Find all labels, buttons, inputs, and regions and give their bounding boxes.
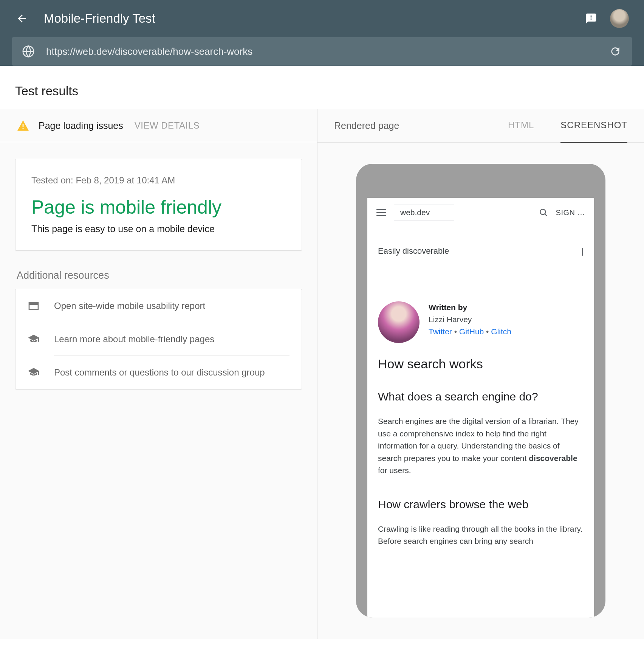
preview-h1: How search works [378, 357, 584, 371]
warning-icon [17, 120, 29, 131]
preview-author: Written by Lizzi Harvey Twitter • GitHub… [378, 301, 584, 343]
svg-rect-3 [29, 303, 38, 305]
preview-breadcrumb: Easily discoverable | [378, 246, 584, 256]
verdict-subtitle: This page is easy to use on a mobile dev… [31, 223, 286, 234]
user-avatar[interactable] [610, 9, 629, 28]
right-panel: Rendered page HTML SCREENSHOT web.dev SI… [317, 109, 644, 639]
view-details-button[interactable]: VIEW DETAILS [135, 120, 200, 131]
preview-paragraph-2: Crawling is like reading through all the… [378, 523, 584, 548]
preview-h2-a: What does a search engine do? [378, 390, 584, 403]
resource-discussion-group[interactable]: Post comments or questions to our discus… [15, 356, 302, 389]
preview-body: Easily discoverable | Written by Lizzi H… [367, 227, 594, 548]
page-loading-issues: Page loading issues VIEW DETAILS [0, 109, 317, 142]
svg-point-4 [540, 209, 545, 214]
app-title: Mobile-Friendly Test [44, 11, 584, 26]
issues-label: Page loading issues [39, 120, 123, 131]
main-content: Page loading issues VIEW DETAILS Tested … [0, 109, 644, 639]
arrow-left-icon [16, 12, 28, 25]
tabs: HTML SCREENSHOT [508, 120, 627, 132]
search-icon [539, 208, 548, 217]
verdict-card: Tested on: Feb 8, 2019 at 10:41 AM Page … [15, 159, 302, 251]
resource-mobile-usability-report[interactable]: Open site-wide mobile usability report [15, 289, 302, 323]
preview-paragraph-1: Search engines are the digital version o… [378, 415, 584, 477]
author-meta: Written by Lizzi Harvey Twitter • GitHub… [429, 301, 511, 343]
header-top: Mobile-Friendly Test [0, 0, 644, 37]
school-icon [28, 366, 40, 379]
resource-label: Learn more about mobile-friendly pages [54, 334, 214, 344]
app-header: Mobile-Friendly Test https://web.dev/dis… [0, 0, 644, 66]
resource-label: Open site-wide mobile usability report [54, 301, 205, 311]
refresh-icon [609, 45, 621, 57]
tab-html[interactable]: HTML [508, 120, 534, 143]
preview-header: web.dev SIGN … [367, 198, 594, 227]
written-by-label: Written by [429, 303, 511, 312]
link-github: GitHub [459, 327, 484, 336]
webpage-icon [28, 300, 40, 312]
refresh-button[interactable] [608, 45, 622, 58]
phone-mockup: web.dev SIGN … Easily discoverable | Wri… [356, 164, 605, 618]
breadcrumb-text: Easily discoverable [378, 246, 449, 256]
svg-rect-2 [23, 128, 24, 129]
url-bar: https://web.dev/discoverable/how-search-… [12, 37, 632, 66]
resources-title: Additional resources [17, 270, 300, 281]
tab-screenshot[interactable]: SCREENSHOT [560, 120, 627, 143]
link-twitter: Twitter [429, 327, 452, 336]
left-panel: Page loading issues VIEW DETAILS Tested … [0, 109, 317, 639]
resource-label: Post comments or questions to our discus… [54, 367, 265, 377]
results-title: Test results [15, 84, 629, 98]
preview-site: web.dev [394, 205, 454, 220]
rendered-page-label: Rendered page [334, 120, 508, 131]
author-links: Twitter • GitHub • Glitch [429, 327, 511, 336]
globe-icon [22, 45, 35, 58]
author-avatar [378, 301, 420, 343]
results-bar: Test results [0, 73, 644, 109]
phone-screen: web.dev SIGN … Easily discoverable | Wri… [367, 198, 594, 618]
verdict-heading: Page is mobile friendly [31, 196, 286, 218]
preview-signin: SIGN … [556, 208, 585, 217]
preview-h2-b: How crawlers browse the web [378, 498, 584, 511]
feedback-icon [585, 12, 597, 25]
resources-card: Open site-wide mobile usability report L… [15, 289, 302, 390]
hamburger-icon [376, 209, 386, 216]
url-input[interactable]: https://web.dev/discoverable/how-search-… [46, 46, 597, 57]
author-name: Lizzi Harvey [429, 315, 511, 324]
resource-learn-more[interactable]: Learn more about mobile-friendly pages [15, 323, 302, 356]
svg-rect-1 [23, 124, 24, 127]
header-actions [584, 9, 629, 28]
school-icon [28, 333, 40, 345]
back-button[interactable] [15, 12, 29, 25]
link-glitch: Glitch [491, 327, 511, 336]
tested-on: Tested on: Feb 8, 2019 at 10:41 AM [31, 175, 286, 186]
right-header: Rendered page HTML SCREENSHOT [317, 109, 644, 143]
breadcrumb-separator: | [581, 246, 584, 256]
feedback-button[interactable] [584, 12, 598, 25]
